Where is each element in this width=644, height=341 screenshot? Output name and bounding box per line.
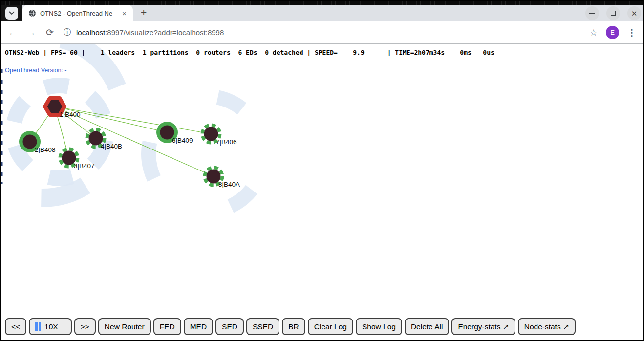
minimize-button[interactable]	[585, 6, 599, 20]
delete-all-button[interactable]: Delete All	[405, 318, 449, 335]
maximize-icon	[611, 11, 616, 16]
button-label: Clear Log	[314, 322, 347, 331]
new-tab-button[interactable]: +	[141, 7, 147, 18]
toolbar-right: ☆ E ⋮	[590, 26, 636, 39]
back-button[interactable]: ←	[6, 27, 20, 38]
ssed-button[interactable]: SSED	[246, 318, 279, 335]
tab-search-button[interactable]	[5, 7, 18, 20]
button-label: SSED	[253, 322, 273, 331]
energy-stats-button[interactable]: Energy-stats ↗	[451, 318, 515, 335]
node-label: 1|B400	[60, 111, 81, 118]
profile-avatar[interactable]: E	[606, 26, 619, 39]
button-label: Show Log	[362, 322, 396, 331]
tab-title: OTNS2 - OpenThread Ne	[40, 10, 118, 17]
browser-window: OTNS2 - OpenThread Ne × + ✕ ← → ⟳ ⓘ loca…	[0, 0, 644, 341]
node-label: 3|B407	[74, 162, 95, 170]
fed-button[interactable]: FED	[153, 318, 181, 335]
med-button[interactable]: MED	[184, 318, 213, 335]
button-label: MED	[190, 322, 207, 331]
minimize-icon	[589, 13, 595, 14]
reload-button[interactable]: ⟳	[43, 27, 57, 38]
node-7[interactable]: 7|B406	[202, 125, 237, 146]
maximize-button[interactable]	[606, 6, 620, 20]
button-label: 10X	[44, 322, 58, 331]
url-path: :8997/visualize?addr=localhost:8998	[105, 28, 224, 37]
step-back-button[interactable]: <<	[5, 318, 26, 335]
node-4[interactable]: 4|B40B	[87, 129, 122, 150]
site-info-icon[interactable]: ⓘ	[64, 27, 71, 38]
button-label: >>	[81, 322, 89, 331]
node-1[interactable]: 1|B400	[45, 98, 81, 118]
node-6[interactable]: 6|B409	[156, 122, 193, 144]
button-label: Energy-stats ↗	[458, 322, 509, 331]
url-host: localhost	[76, 28, 105, 37]
close-icon: ✕	[631, 10, 638, 17]
button-label: Node-stats ↗	[524, 322, 569, 331]
control-button-bar: <<10X>>New RouterFEDMEDSEDSSEDBRClear Lo…	[5, 318, 576, 335]
node-label: 8|B40A	[218, 181, 240, 188]
clear-log-button[interactable]: Clear Log	[308, 318, 353, 335]
chevron-down-icon	[9, 11, 15, 15]
node-2[interactable]: 2|B408	[19, 131, 56, 153]
browser-tab[interactable]: OTNS2 - OpenThread Ne ×	[22, 5, 133, 21]
node-label: 4|B40B	[101, 143, 122, 150]
node-label: 2|B408	[35, 146, 56, 153]
node-label: 6|B409	[172, 137, 193, 144]
simulation-status-line: OTNS2-Web | FPS= 60 | 1 leaders 1 partit…	[5, 49, 643, 57]
frame-corner	[1, 5, 22, 21]
node-8[interactable]: 8|B40A	[205, 168, 240, 188]
address-toolbar: ← → ⟳ ⓘ localhost:8997/visualize?addr=lo…	[1, 21, 643, 44]
sed-button[interactable]: SED	[215, 318, 244, 335]
otns-page: 1|B4002|B4083|B4074|B40B6|B4097|B4068|B4…	[1, 44, 643, 340]
pause-icon	[35, 322, 41, 331]
close-window-button[interactable]: ✕	[627, 6, 641, 20]
button-label: <<	[11, 322, 20, 331]
button-label: BR	[288, 322, 299, 331]
button-label: FED	[160, 322, 175, 331]
node-label: 7|B406	[216, 138, 237, 146]
network-canvas[interactable]: 1|B4002|B4083|B4074|B40B6|B4097|B4068|B4…	[1, 44, 643, 340]
partition-arc	[135, 83, 277, 224]
new-router-button[interactable]: New Router	[98, 318, 151, 335]
step-forward-button[interactable]: >>	[74, 318, 96, 335]
node-stats-button[interactable]: Node-stats ↗	[518, 318, 576, 335]
button-label: SED	[222, 322, 237, 331]
br-button[interactable]: BR	[282, 318, 305, 335]
window-controls: ✕	[585, 5, 641, 21]
speed-button[interactable]: 10X	[29, 318, 72, 335]
url-bar[interactable]: localhost:8997/visualize?addr=localhost:…	[76, 28, 590, 37]
button-label: Delete All	[411, 322, 443, 331]
bookmark-star-icon[interactable]: ☆	[590, 27, 598, 38]
forward-button[interactable]: →	[24, 27, 38, 38]
show-log-button[interactable]: Show Log	[356, 318, 402, 335]
openthread-version-link[interactable]: OpenThread Version: -	[5, 67, 66, 74]
button-label: New Router	[105, 322, 145, 331]
background-remnant-strip	[1, 1, 643, 5]
globe-favicon-icon	[28, 9, 36, 17]
tab-strip: OTNS2 - OpenThread Ne × + ✕	[1, 5, 643, 21]
tab-close-icon[interactable]: ×	[120, 9, 129, 18]
browser-menu-icon[interactable]: ⋮	[627, 27, 636, 38]
